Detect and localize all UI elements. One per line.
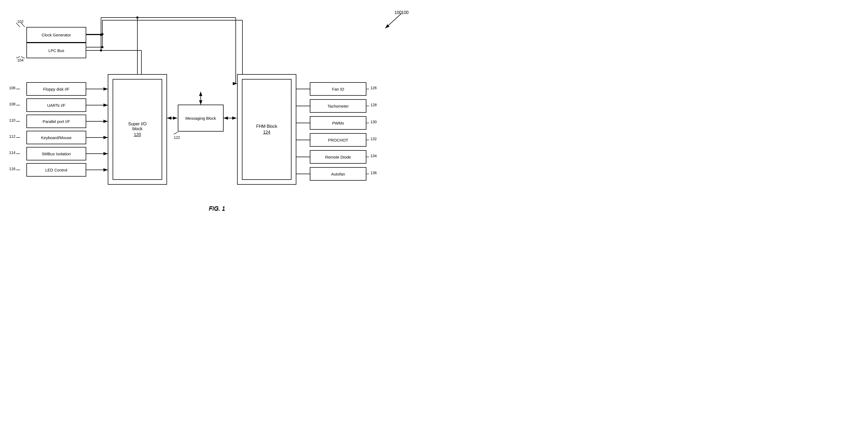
ref-116: 116 bbox=[9, 167, 16, 171]
ref-108: 108 bbox=[9, 102, 16, 106]
led-control-box: LED Control bbox=[26, 163, 86, 177]
ref-100: 100 bbox=[401, 10, 409, 15]
diagram-inner: 100 Clock Generator LPC Bus 102 104 106 … bbox=[0, 0, 434, 220]
super-io-inner-box bbox=[113, 79, 162, 180]
keyboard-mouse-box: Keyboard/Mouse bbox=[26, 131, 86, 144]
diagram: 100 Clock Generator LPC Bus 102 104 106 … bbox=[0, 0, 434, 220]
ref-110: 110 bbox=[9, 118, 16, 122]
keyboard-mouse-label: Keyboard/Mouse bbox=[41, 135, 71, 140]
ref-122: 122 bbox=[174, 135, 180, 140]
parallel-port-label: Parallel port I/F bbox=[42, 119, 70, 124]
svg-line-53 bbox=[385, 13, 401, 28]
ref-102: 102 bbox=[17, 20, 24, 24]
floppy-disk-label: Floppy disk I/F bbox=[43, 87, 69, 91]
clock-generator-box: Clock Generator bbox=[26, 27, 86, 42]
svg-line-52 bbox=[174, 132, 178, 134]
svg-point-13 bbox=[100, 34, 102, 36]
messaging-block-box: Messaging Block bbox=[178, 105, 224, 131]
tachometer-label: Tachometer bbox=[328, 104, 349, 108]
floppy-disk-box: Floppy disk I/F bbox=[26, 82, 86, 96]
ref-114: 114 bbox=[9, 150, 16, 155]
fan-id-box: Fan ID bbox=[310, 82, 366, 96]
tachometer-box: Tachometer bbox=[310, 99, 366, 113]
messaging-label: Messaging Block bbox=[185, 116, 216, 120]
remote-diode-label: Remote Diode bbox=[325, 155, 351, 159]
uarts-label: UARTs I/F bbox=[47, 103, 65, 108]
remote-diode-box: Remote Diode bbox=[310, 150, 366, 164]
ref-104: 104 bbox=[17, 58, 24, 62]
ref-112: 112 bbox=[9, 134, 16, 139]
fan-id-label: Fan ID bbox=[332, 87, 344, 91]
svg-point-21 bbox=[136, 17, 138, 19]
smbus-box: SMBus Isolation bbox=[26, 147, 86, 160]
ref-130: 130 bbox=[370, 120, 377, 124]
autofan-box: Autofan bbox=[310, 167, 366, 181]
clock-generator-label: Clock Generator bbox=[41, 33, 71, 37]
ref-128: 128 bbox=[370, 103, 377, 107]
autofan-label: Autofan bbox=[331, 172, 345, 176]
lpc-bus-box: LPC Bus bbox=[26, 42, 86, 58]
prochot-label: PROCHOT bbox=[328, 138, 348, 142]
ref-106: 106 bbox=[9, 86, 16, 90]
uarts-box: UARTs I/F bbox=[26, 98, 86, 112]
prochot-box: PROCHOT bbox=[310, 133, 366, 147]
pwms-label: PWMs bbox=[332, 121, 344, 125]
ref-134: 134 bbox=[370, 154, 377, 158]
ref-126: 126 bbox=[370, 86, 377, 90]
lpc-bus-label: LPC Bus bbox=[48, 48, 64, 53]
ref-132: 132 bbox=[370, 137, 377, 141]
ref-100-label: 100 bbox=[394, 10, 402, 15]
smbus-label: SMBus Isolation bbox=[42, 151, 71, 156]
parallel-port-box: Parallel port I/F bbox=[26, 115, 86, 128]
ref-136: 136 bbox=[370, 171, 377, 175]
led-control-label: LED Control bbox=[45, 168, 67, 172]
pwms-box: PWMs bbox=[310, 116, 366, 130]
fig-caption-text: FIG. 1 bbox=[0, 205, 434, 212]
fhm-inner-box bbox=[242, 79, 291, 180]
svg-point-14 bbox=[100, 49, 102, 52]
